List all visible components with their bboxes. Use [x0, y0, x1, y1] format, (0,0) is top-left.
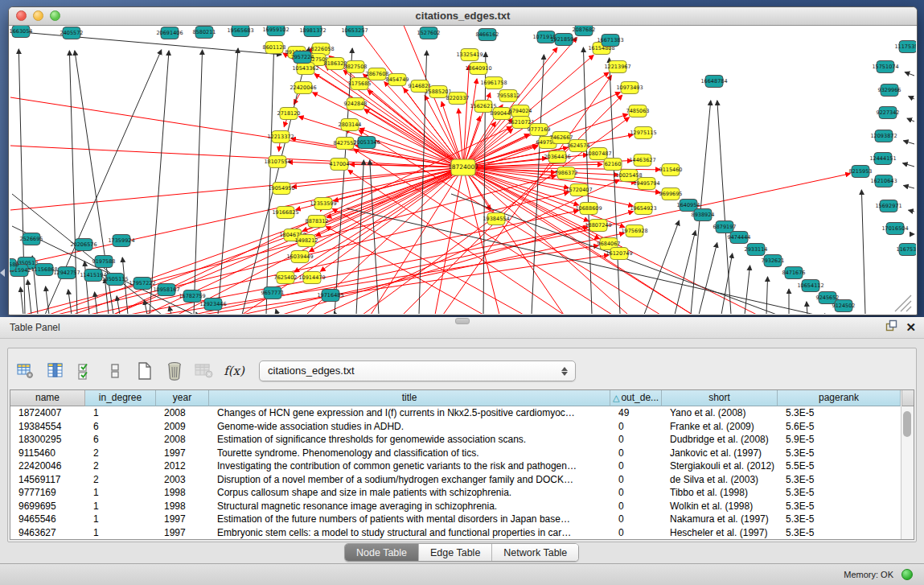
table-cell: 1 [85, 406, 156, 420]
column-header-title[interactable]: title [209, 390, 610, 406]
graph-node-label: 18807249 [585, 222, 611, 229]
table-vertical-scrollbar[interactable] [901, 406, 914, 539]
resize-grip-icon[interactable] [901, 301, 911, 311]
graph-node-label: 2087682 [573, 27, 596, 33]
table-cell: de Silva et al. (2003) [662, 473, 778, 487]
graph-node-label: 19166825 [272, 209, 298, 216]
tab-edge-table[interactable]: Edge Table [419, 544, 492, 561]
graph-node-label: 2803144 [339, 122, 362, 128]
table-cell: Estimation of the future numbers of pati… [209, 513, 610, 526]
table-cell: Embryonic stem cells: a model to study s… [209, 526, 610, 540]
table-cell: Tibbo et al. (1998) [662, 486, 778, 500]
delete-table-icon[interactable] [193, 360, 216, 382]
panel-divider-handle[interactable] [455, 318, 470, 324]
graph-edge [463, 167, 499, 314]
tab-network-table[interactable]: Network Table [492, 544, 578, 561]
graph-edge [316, 167, 463, 237]
column-header-pagerank[interactable]: pagerank [778, 390, 901, 406]
table-cell: Wolkin et al. (1998) [662, 500, 778, 513]
function-builder-icon[interactable]: f(x) [223, 360, 245, 382]
graph-node-label: 12923446 [199, 301, 226, 307]
table-cell: 0 [610, 513, 662, 526]
graph-node-label: 7986372 [555, 170, 578, 176]
table-row[interactable]: 969969511998Structural magnetic resonanc… [10, 500, 914, 513]
graph-node-label: 8878312 [306, 218, 329, 225]
graph-node-label: 9474444 [728, 234, 751, 241]
table-row[interactable]: 1456911722003Disruption of a novel membe… [10, 473, 914, 487]
column-header-name[interactable]: name [10, 390, 85, 406]
table-cell: 6 [85, 420, 156, 434]
graph-node-label: 12213967 [604, 64, 630, 70]
table-settings-icon[interactable] [14, 360, 37, 382]
table-panel: Table Panel ✕ f(x) [0, 317, 924, 585]
graph-node-label: 10973493 [616, 84, 643, 91]
table-cell: 5.3E-5 [778, 447, 901, 460]
table-cell: 0 [610, 420, 662, 434]
table-cell: 5.3E-5 [778, 406, 901, 420]
graph-node-label: 19384554 [483, 216, 509, 222]
table-selector-dropdown[interactable]: citations_edges.txt [259, 360, 576, 381]
graph-edge [364, 109, 463, 167]
graph-edge [169, 307, 171, 314]
graph-node-label: 7955812 [497, 93, 520, 99]
graph-node-label: 16782759 [179, 293, 205, 299]
float-panel-icon[interactable] [885, 319, 897, 335]
graph-edge [298, 117, 463, 167]
scrollbar-thumb[interactable] [903, 411, 911, 437]
graph-node-label: 10914479 [298, 274, 325, 281]
panel-collapse-arrow[interactable] [0, 269, 5, 277]
close-panel-icon[interactable]: ✕ [906, 320, 916, 335]
graph-edge [68, 290, 72, 314]
column-header-out_de[interactable]: △out_de... [610, 390, 662, 406]
graph-node-label: 9115460 [659, 167, 683, 173]
table-row[interactable]: 1830029562008Estimation of significance … [10, 433, 914, 447]
table-panel-titlebar[interactable]: Table Panel ✕ [0, 317, 924, 339]
show-columns-icon[interactable] [44, 360, 67, 382]
table-row[interactable]: 1872400712008Changes of HCN gene express… [10, 406, 914, 420]
graph-node-label: 62160 [605, 161, 622, 167]
table-row[interactable]: 1938455462009Genome-wide association stu… [10, 420, 914, 434]
table-row[interactable]: 2242004622012Investigating the contribut… [10, 459, 914, 473]
graph-node-label: 18640910 [465, 65, 491, 72]
network-window[interactable]: citations_edges.txt 18724007860112889129… [8, 6, 918, 315]
graph-node-label: 7462667 [550, 134, 573, 141]
delete-columns-icon[interactable] [163, 360, 186, 382]
window-titlebar[interactable]: citations_edges.txt [9, 7, 917, 26]
column-header-in_degree[interactable]: in_degree [85, 390, 156, 406]
table-row[interactable]: 946554611997Estimation of the future num… [10, 513, 914, 526]
row-height-icon[interactable] [104, 360, 126, 382]
table-cell: 2012 [156, 459, 209, 473]
graph-node-label: 11175355 [894, 43, 916, 50]
network-canvas[interactable]: 1872400786011288912954182260589827509105… [10, 26, 916, 314]
graph-node-label: 8215953 [849, 168, 873, 175]
sort-ascending-icon: △ [613, 393, 619, 402]
graph-node-label: 20053346 [353, 139, 380, 146]
table-cell: 0 [610, 500, 662, 513]
table-row[interactable]: 977716911998Corpus callosum shape and si… [10, 486, 914, 500]
graph-node-label: 9699695 [659, 191, 683, 197]
graph-node-label: 1167537 [897, 246, 916, 253]
graph-node-label: 12942757 [53, 270, 80, 276]
table-cell: 0 [610, 473, 662, 487]
column-header-short[interactable]: short [662, 390, 778, 406]
new-column-icon[interactable] [133, 360, 156, 382]
tab-node-table[interactable]: Node Table [345, 544, 419, 561]
graph-node-label: 2718120 [277, 110, 301, 117]
graph-edge [766, 277, 768, 314]
node-table[interactable]: namein_degreeyeartitle△out_de...shortpag… [10, 389, 914, 540]
table-row[interactable]: 911546021997Tourette syndrome. Phenomeno… [10, 447, 914, 460]
dropdown-stepper-icon [561, 364, 569, 378]
graph-node-label: 1640954 [677, 202, 700, 208]
graph-node-label: 18107554 [264, 159, 290, 165]
graph-node-label: 9329966 [878, 87, 901, 93]
resize-grip-icon[interactable] [906, 307, 911, 311]
graph-node-label: 14463627 [629, 157, 655, 163]
graph-node-label: 19218596 [550, 36, 577, 43]
table-row[interactable]: 946362711997Embryonic stem cells: a mode… [10, 526, 914, 540]
graph-node-label: 7957224 [291, 54, 314, 60]
column-header-year[interactable]: year [156, 390, 209, 406]
table-cell: 5.3E-5 [778, 500, 901, 513]
table-cell: 5.9E-5 [778, 433, 901, 447]
graph-edge [905, 72, 914, 76]
selection-mode-icon[interactable] [74, 360, 97, 382]
